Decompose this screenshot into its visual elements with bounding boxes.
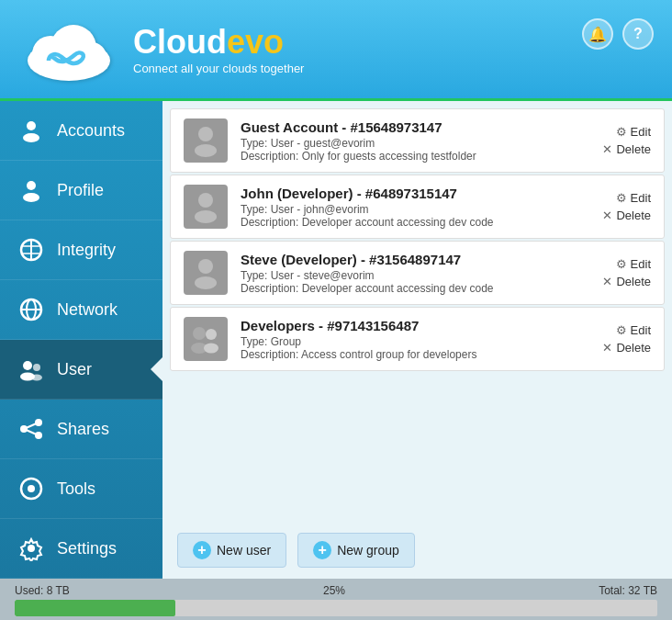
sidebar-item-settings[interactable]: Settings <box>0 519 162 579</box>
shares-icon <box>17 414 46 444</box>
user-info: Developers - #97143156487 Type: Group De… <box>241 318 589 361</box>
delete-button[interactable]: ✕ Delete <box>602 209 651 222</box>
storage-progress-fill <box>15 600 175 616</box>
new-user-plus-icon: + <box>193 541 211 559</box>
main-layout: Accounts Profile <box>0 101 672 579</box>
user-desc: Description: Developer account accessing… <box>241 282 589 295</box>
user-avatar <box>184 185 228 229</box>
new-group-button[interactable]: + New group <box>297 533 415 568</box>
user-info: John (Developer) - #64897315147 Type: Us… <box>241 186 589 229</box>
user-info: Guest Account - #15648973147 Type: User … <box>241 119 589 163</box>
svg-point-28 <box>195 144 217 157</box>
delete-label: Delete <box>616 275 651 288</box>
network-label: Network <box>57 300 118 320</box>
svg-line-23 <box>24 429 39 435</box>
svg-point-15 <box>23 361 32 370</box>
user-card: Steve (Developer) - #31564897147 Type: U… <box>170 241 665 305</box>
sidebar-item-tools[interactable]: Tools <box>0 459 162 519</box>
help-button[interactable]: ? <box>622 18 654 50</box>
svg-point-4 <box>27 121 36 130</box>
edit-button[interactable]: ⚙ Edit <box>616 125 651 139</box>
integrity-label: Integrity <box>57 241 116 260</box>
new-user-label: New user <box>217 543 271 558</box>
user-desc: Description: Developer account accessing… <box>241 216 589 229</box>
user-card: John (Developer) - #64897315147 Type: Us… <box>170 175 665 239</box>
svg-point-5 <box>23 133 39 142</box>
profile-icon <box>17 175 46 205</box>
sidebar-item-shares[interactable]: Shares <box>0 400 162 459</box>
storage-bar-area: Used: 8 TB 25% Total: 32 TB <box>0 579 672 620</box>
gear-icon: ⚙ <box>616 323 627 337</box>
edit-button[interactable]: ⚙ Edit <box>616 257 651 271</box>
user-type: Type: User - guest@evorim <box>241 137 589 150</box>
user-actions: ⚙ Edit ✕ Delete <box>602 125 651 156</box>
svg-point-29 <box>198 193 213 208</box>
x-icon: ✕ <box>602 209 612 222</box>
storage-percent-label: 25% <box>323 584 345 597</box>
new-group-label: New group <box>337 543 399 558</box>
storage-used-label: Used: 8 TB <box>15 584 70 597</box>
user-actions: ⚙ Edit ✕ Delete <box>602 257 651 288</box>
svg-point-26 <box>28 545 35 552</box>
new-user-button[interactable]: + New user <box>177 533 286 568</box>
header: Cloudevo Connect all your clouds togethe… <box>0 0 672 101</box>
svg-point-35 <box>206 329 217 340</box>
svg-point-30 <box>195 210 217 223</box>
user-desc: Description: Only for guests accessing t… <box>241 150 589 163</box>
user-card: Developers - #97143156487 Type: Group De… <box>170 307 665 371</box>
sidebar-item-integrity[interactable]: Integrity <box>0 220 162 280</box>
svg-point-27 <box>198 127 213 141</box>
user-name: Guest Account - #15648973147 <box>241 119 589 135</box>
edit-label: Edit <box>631 125 651 139</box>
edit-label: Edit <box>631 323 651 337</box>
delete-label: Delete <box>616 341 651 355</box>
settings-label: Settings <box>57 539 117 558</box>
svg-point-33 <box>193 327 206 340</box>
svg-point-6 <box>27 181 36 190</box>
new-group-plus-icon: + <box>313 541 331 559</box>
user-avatar <box>184 251 228 295</box>
delete-button[interactable]: ✕ Delete <box>602 341 651 355</box>
gear-icon: ⚙ <box>616 257 627 271</box>
user-avatar <box>184 118 228 163</box>
x-icon: ✕ <box>602 142 612 156</box>
gear-icon: ⚙ <box>616 125 627 139</box>
delete-label: Delete <box>616 142 651 156</box>
x-icon: ✕ <box>602 341 612 355</box>
settings-icon <box>17 534 46 563</box>
storage-labels: Used: 8 TB 25% Total: 32 TB <box>15 584 657 597</box>
user-type: Type: Group <box>241 335 589 348</box>
user-label: User <box>57 360 92 379</box>
shares-label: Shares <box>57 420 109 439</box>
delete-button[interactable]: ✕ Delete <box>602 275 651 288</box>
edit-button[interactable]: ⚙ Edit <box>616 323 651 337</box>
user-card: Guest Account - #15648973147 Type: User … <box>170 108 665 173</box>
network-icon <box>17 295 46 324</box>
user-actions: ⚙ Edit ✕ Delete <box>602 191 651 222</box>
svg-point-25 <box>28 485 35 492</box>
svg-point-17 <box>33 364 40 371</box>
sidebar: Accounts Profile <box>0 101 162 579</box>
sidebar-item-accounts[interactable]: Accounts <box>0 101 162 161</box>
logo-title: Cloudevo <box>133 23 304 62</box>
sidebar-item-network[interactable]: Network <box>0 280 162 340</box>
svg-point-18 <box>31 375 42 381</box>
user-actions: ⚙ Edit ✕ Delete <box>602 323 651 355</box>
sidebar-item-profile[interactable]: Profile <box>0 161 162 220</box>
notifications-button[interactable]: 🔔 <box>582 18 613 50</box>
user-name: Steve (Developer) - #31564897147 <box>241 252 589 267</box>
delete-button[interactable]: ✕ Delete <box>602 142 651 156</box>
user-avatar <box>184 317 228 361</box>
svg-point-7 <box>23 193 39 202</box>
storage-total-label: Total: 32 TB <box>599 584 657 597</box>
edit-button[interactable]: ⚙ Edit <box>616 191 651 205</box>
user-name: John (Developer) - #64897315147 <box>241 186 589 201</box>
content-area: Guest Account - #15648973147 Type: User … <box>162 101 672 579</box>
accounts-label: Accounts <box>57 121 125 141</box>
user-info: Steve (Developer) - #31564897147 Type: U… <box>241 252 589 295</box>
accounts-icon <box>17 116 46 145</box>
cloud-logo-svg <box>23 13 115 86</box>
sidebar-item-user[interactable]: User <box>0 340 162 400</box>
delete-label: Delete <box>616 209 651 222</box>
gear-icon: ⚙ <box>616 191 627 205</box>
